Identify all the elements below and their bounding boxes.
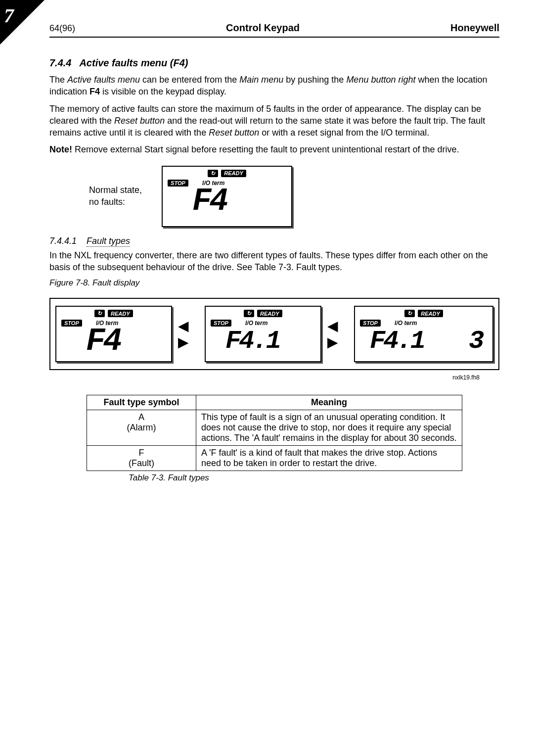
figure-file-id: nxlk19.fh8 bbox=[452, 374, 480, 381]
term-main-menu: Main menu bbox=[239, 75, 283, 85]
text: no faults: bbox=[89, 197, 125, 207]
rotate-icon: ↻ bbox=[244, 310, 254, 317]
stop-badge: STOP bbox=[168, 180, 188, 187]
stop-badge: STOP bbox=[360, 320, 381, 327]
io-term-label: I/O term bbox=[245, 320, 267, 327]
text: is visible on the keypad display. bbox=[100, 87, 226, 96]
note-label: Note! bbox=[49, 144, 72, 154]
ready-badge: READY bbox=[257, 310, 282, 317]
lcd-display-c: ↻READY STOP I/O term F4.1 3 bbox=[354, 306, 493, 362]
lcd-top-row: ↻ READY bbox=[163, 170, 291, 177]
stop-badge: STOP bbox=[211, 320, 231, 327]
symbol-name: (Alarm) bbox=[127, 423, 156, 432]
seven-segment-a: F4 bbox=[86, 326, 120, 357]
lcd-display-a: ↻READY STOP I/O term F4 bbox=[55, 306, 172, 362]
text: or with a reset signal from the I/O term… bbox=[259, 128, 429, 138]
symbol-letter: F bbox=[139, 448, 144, 458]
table-row: F (Fault) A 'F fault' is a kind of fault… bbox=[87, 446, 462, 471]
lcd-normal-state-row: Normal state, no faults: ↻ READY STOP I/… bbox=[89, 166, 499, 227]
fault-types-table: Fault type symbol Meaning A (Alarm) This… bbox=[87, 395, 462, 471]
seven-segment-main: F4 bbox=[192, 186, 226, 217]
col-symbol: Fault type symbol bbox=[87, 395, 196, 410]
stop-badge: STOP bbox=[61, 320, 82, 327]
lcd-display-normal: ↻ READY STOP I/O term F4 bbox=[162, 166, 292, 227]
figure-caption: Figure 7-8. Fault display bbox=[49, 278, 499, 288]
cell-symbol: F (Fault) bbox=[87, 446, 196, 471]
figure-7-8: ↻READY STOP I/O term F4 ◀ ▶ ↻READY STOP … bbox=[49, 298, 499, 370]
note-paragraph: Note! Remove external Start signal befor… bbox=[49, 143, 499, 155]
rotate-icon: ↻ bbox=[208, 170, 218, 177]
term-active-faults-menu: Active faults menu bbox=[67, 75, 140, 85]
seven-segment-c: F4.1 bbox=[370, 329, 424, 354]
nav-arrows-icon: ◀ ▶ bbox=[178, 318, 199, 350]
lcd-sequence-box: ↻READY STOP I/O term F4 ◀ ▶ ↻READY STOP … bbox=[49, 298, 499, 370]
table-caption: Table 7-3. Fault types bbox=[129, 473, 499, 483]
chapter-number: 7 bbox=[4, 4, 14, 27]
paragraph-3: In the NXL frequency converter, there ar… bbox=[49, 249, 499, 274]
paragraph-2: The memory of active faults can store th… bbox=[49, 103, 499, 139]
term-reset-button: Reset button bbox=[209, 128, 259, 138]
text: by pushing the bbox=[283, 75, 346, 85]
section-7-4-4-1-heading: 7.4.4.1 Fault types bbox=[49, 236, 499, 246]
page-number: 64(96) bbox=[49, 23, 75, 34]
subsection-number: 7.4.4.1 bbox=[49, 236, 77, 246]
rotate-icon: ↻ bbox=[404, 310, 415, 317]
lcd-display-b: ↻READY STOP I/O term F4.1 bbox=[205, 306, 321, 362]
text: The bbox=[49, 75, 67, 85]
text: can be entered from the bbox=[140, 75, 239, 85]
section-7-4-4-heading: 7.4.4 Active faults menu (F4) bbox=[49, 57, 499, 69]
cell-meaning: A 'F fault' is a kind of fault that make… bbox=[196, 446, 462, 471]
symbol-name: (Fault) bbox=[129, 458, 154, 468]
text: Normal state, bbox=[89, 185, 142, 195]
lcd-label: Normal state, no faults: bbox=[89, 185, 142, 208]
term-menu-button-right: Menu button right bbox=[346, 75, 415, 85]
seven-segment-c-right: 3 bbox=[469, 329, 482, 354]
rotate-icon: ↻ bbox=[94, 310, 105, 317]
table-header-row: Fault type symbol Meaning bbox=[87, 395, 462, 410]
section-title: Active faults menu (F4) bbox=[79, 57, 188, 68]
page-title: Control Keypad bbox=[75, 22, 450, 34]
note-text: Remove external Start signal before rese… bbox=[72, 144, 459, 154]
col-meaning: Meaning bbox=[196, 395, 462, 410]
ready-badge: READY bbox=[108, 310, 133, 317]
term-f4: F4 bbox=[89, 87, 100, 96]
cell-meaning: This type of fault is a sign of an unusu… bbox=[196, 410, 462, 446]
ready-badge: READY bbox=[221, 170, 246, 177]
symbol-letter: A bbox=[138, 412, 144, 422]
table-row: A (Alarm) This type of fault is a sign o… bbox=[87, 410, 462, 446]
io-term-label: I/O term bbox=[395, 320, 417, 327]
page-header: 64(96) Control Keypad Honeywell bbox=[49, 22, 499, 38]
cell-symbol: A (Alarm) bbox=[87, 410, 196, 446]
nav-arrows-icon: ◀ ▶ bbox=[327, 318, 348, 350]
paragraph-1: The Active faults menu can be entered fr… bbox=[49, 74, 499, 98]
brand: Honeywell bbox=[450, 22, 499, 34]
term-reset-button: Reset button bbox=[114, 116, 165, 126]
ready-badge: READY bbox=[418, 310, 443, 317]
section-number: 7.4.4 bbox=[49, 57, 71, 68]
subsection-title: Fault types bbox=[87, 236, 130, 247]
seven-segment-b: F4.1 bbox=[225, 329, 279, 354]
